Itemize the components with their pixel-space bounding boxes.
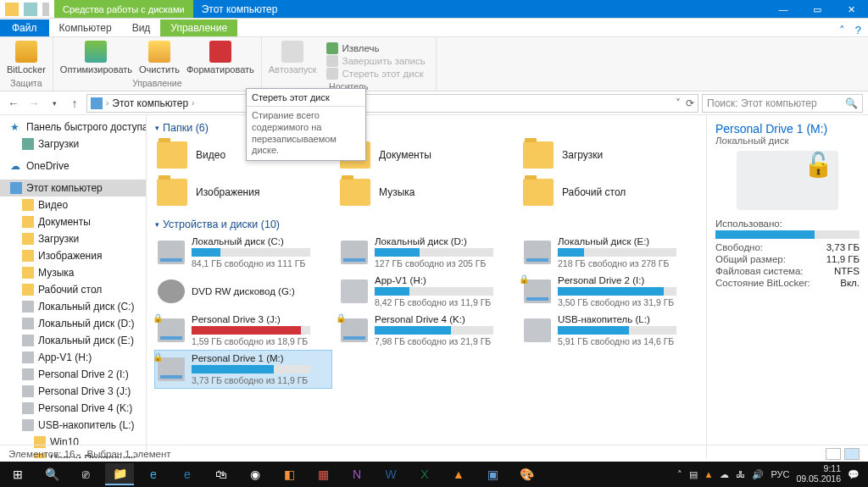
tab-manage[interactable]: Управление [160, 19, 237, 36]
drive-item[interactable]: Personal Drive 3 (J:)1,59 ГБ свободно из… [155, 312, 331, 349]
start-button[interactable]: ⊞ [3, 463, 32, 485]
tab-computer[interactable]: Компьютер [49, 19, 122, 36]
tab-view[interactable]: Вид [122, 19, 161, 36]
nav-downloads[interactable]: Загрузки [0, 136, 146, 152]
tray-up-icon[interactable]: ˄ [677, 469, 682, 480]
taskbar-app[interactable]: ▦ [309, 463, 337, 485]
qat-dropdown-icon[interactable] [42, 3, 49, 16]
autorun-button[interactable]: Автозапуск [269, 41, 317, 75]
qat-item-icon[interactable] [24, 3, 37, 16]
breadcrumb[interactable]: › Этот компьютер › ˅ ⟳ [86, 94, 698, 113]
file-tab[interactable]: Файл [0, 19, 49, 36]
nav-quick-access[interactable]: ★Панель быстрого доступа [0, 119, 146, 136]
taskbar-app[interactable]: ▣ [478, 463, 507, 485]
nav-this-pc[interactable]: Этот компьютер [0, 180, 146, 196]
finalize-button[interactable]: Завершить запись [326, 55, 425, 67]
group-header-devices[interactable]: Устройства и диски (10) [155, 215, 698, 234]
tray-lang[interactable]: РУС [771, 469, 789, 479]
bitlocker-button[interactable]: BitLocker [7, 41, 46, 75]
taskbar-word[interactable]: W [376, 463, 405, 485]
breadcrumb-segment[interactable]: Этот компьютер [112, 97, 188, 109]
taskbar-excel[interactable]: X [410, 463, 439, 485]
tray-icon[interactable]: ▤ [689, 469, 698, 480]
format-button[interactable]: Форматировать [186, 41, 254, 75]
nav-pd3[interactable]: Personal Drive 3 (J:) [0, 383, 146, 400]
nav-music[interactable]: Музыка [0, 264, 146, 281]
taskbar-app[interactable]: ◧ [275, 463, 303, 485]
drive-item[interactable]: Personal Drive 4 (K:)7,98 ГБ свободно из… [338, 312, 515, 349]
ribbon-collapse-icon[interactable]: ˄ [839, 24, 845, 36]
erase-button[interactable]: Стереть этот диск [326, 68, 425, 80]
taskbar-chrome[interactable]: ◉ [241, 463, 270, 485]
refresh-icon[interactable]: ⟳ [686, 97, 694, 109]
folder-item[interactable]: Загрузки [521, 137, 698, 173]
nav-usb[interactable]: USB-накопитель (L:) [0, 417, 146, 434]
nav-pictures[interactable]: Изображения [0, 247, 146, 264]
optimize-button[interactable]: Оптимизировать [60, 41, 132, 75]
close-button[interactable]: ✕ [834, 0, 868, 18]
nav-downloads[interactable]: Загрузки [0, 230, 146, 247]
drive-item[interactable]: Локальный диск (E:)218 ГБ свободно из 27… [521, 234, 698, 271]
search-placeholder: Поиск: Этот компьютер [707, 97, 817, 109]
task-view-button[interactable]: ⎚ [71, 463, 100, 485]
details-view-button[interactable] [826, 448, 841, 460]
group-header-folders[interactable]: Папки (6) [155, 119, 698, 137]
drive-item[interactable]: Personal Drive 1 (M:)3,73 ГБ свободно из… [155, 351, 331, 388]
nav-desktop[interactable]: Рабочий стол [0, 281, 146, 298]
nav-local-e[interactable]: Локальный диск (E:) [0, 332, 146, 349]
dropdown-icon[interactable]: ˅ [676, 97, 681, 109]
tray-onedrive-icon[interactable]: ☁ [720, 469, 729, 480]
taskbar-onenote[interactable]: N [342, 463, 371, 485]
tray-vlc-icon[interactable]: ▲ [704, 469, 714, 479]
chevron-right-icon[interactable]: › [192, 98, 194, 108]
forward-button[interactable]: → [25, 95, 42, 112]
eject-button[interactable]: Извлечь [326, 42, 425, 54]
chevron-right-icon[interactable]: › [106, 98, 108, 108]
items-view[interactable]: Папки (6) ВидеоДокументыЗагрузкиИзображе… [147, 115, 707, 458]
nav-documents[interactable]: Документы [0, 213, 146, 230]
nav-pd2[interactable]: Personal Drive 2 (I:) [0, 366, 146, 383]
search-icon[interactable]: 🔍 [845, 97, 858, 109]
taskbar-app[interactable]: 🎨 [512, 463, 541, 485]
nav-videos[interactable]: Видео [0, 196, 146, 213]
tray-notifications-icon[interactable]: 💬 [848, 469, 860, 480]
drive-item[interactable]: Локальный диск (D:)127 ГБ свободно из 20… [338, 234, 515, 271]
search-input[interactable]: Поиск: Этот компьютер 🔍 [702, 94, 863, 113]
taskbar-ie[interactable]: e [173, 463, 202, 485]
nav-onedrive[interactable]: ☁OneDrive [0, 158, 146, 174]
maximize-button[interactable]: ▭ [800, 0, 834, 18]
cleanup-button[interactable]: Очистить [139, 41, 180, 75]
taskbar-explorer[interactable]: 📁 [105, 463, 134, 485]
minimize-button[interactable]: — [766, 0, 800, 18]
recent-button[interactable]: ▾ [46, 95, 63, 112]
tray-network-icon[interactable]: 🖧 [736, 469, 745, 479]
nav-local-c[interactable]: Локальный диск (C:) [0, 298, 146, 315]
folder-item[interactable]: Рабочий стол [521, 174, 698, 210]
folder-item[interactable]: Изображения [155, 174, 331, 210]
drive-item[interactable]: USB-накопитель (L:)5,91 ГБ свободно из 1… [521, 312, 698, 349]
taskbar-edge[interactable]: e [139, 463, 168, 485]
nav-appv1[interactable]: App-V1 (H:) [0, 349, 146, 366]
drive-name: App-V1 (H:) [375, 275, 512, 285]
taskbar-vlc[interactable]: ▲ [444, 463, 473, 485]
search-button[interactable]: 🔍 [37, 463, 66, 485]
icons-view-button[interactable] [844, 448, 860, 460]
tray-volume-icon[interactable]: 🔊 [752, 469, 764, 480]
help-icon[interactable]: ? [855, 24, 861, 36]
taskbar-store[interactable]: 🛍 [207, 463, 236, 485]
drive-item[interactable]: App-V1 (H:)8,42 ГБ свободно из 11,9 ГБ [338, 273, 515, 310]
back-button[interactable]: ← [5, 95, 22, 112]
folder-icon [22, 233, 34, 245]
drive-item[interactable]: Локальный диск (C:)84,1 ГБ свободно из 1… [155, 234, 331, 271]
taskbar: ⊞ 🔍 ⎚ 📁 e e 🛍 ◉ ◧ ▦ N W X ▲ ▣ 🎨 ˄ ▤ ▲ ☁ … [0, 462, 868, 487]
ribbon: BitLocker Защита Оптимизировать Очистить… [0, 37, 868, 91]
drive-item[interactable]: DVD RW дисковод (G:) [155, 273, 331, 310]
usage-bar [192, 365, 310, 374]
nav-local-d[interactable]: Локальный диск (D:) [0, 315, 146, 332]
nav-pd4[interactable]: Personal Drive 4 (K:) [0, 400, 146, 417]
tooltip-title: Стереть этот диск [247, 89, 365, 107]
up-button[interactable]: ↑ [66, 95, 83, 112]
folder-item[interactable]: Музыка [338, 174, 515, 210]
tray-clock[interactable]: 9:1109.05.2016 [796, 464, 841, 484]
drive-item[interactable]: Personal Drive 2 (I:)3,50 ГБ свободно из… [521, 273, 698, 310]
